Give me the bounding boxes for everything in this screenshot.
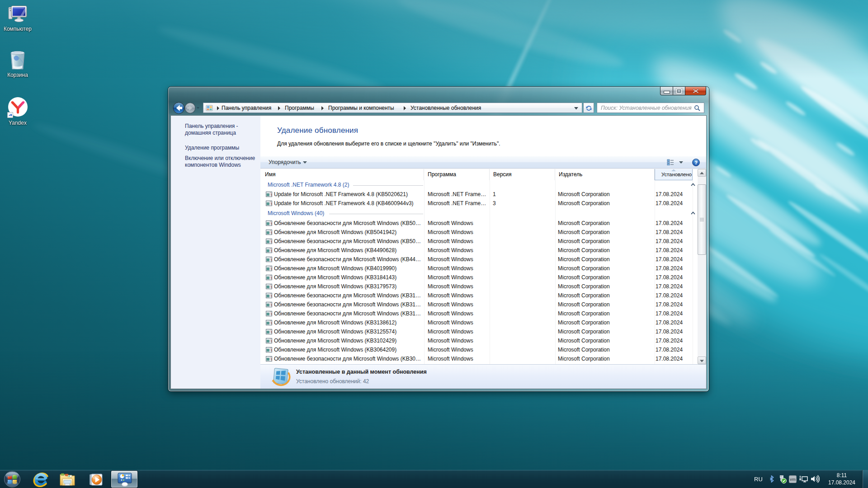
svg-text:vm: vm: [790, 477, 796, 482]
svg-text:?: ?: [694, 160, 698, 165]
